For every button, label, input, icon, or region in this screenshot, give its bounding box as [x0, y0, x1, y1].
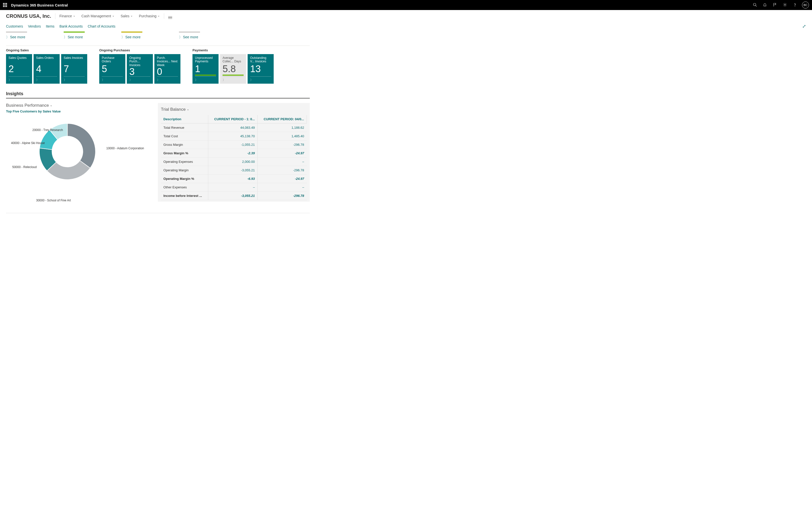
table-row[interactable]: Operating Margin-3,055.21-296.78	[161, 166, 307, 175]
cell-desc: Income before Interest ...	[161, 192, 208, 200]
tile-accent	[223, 74, 243, 75]
subnav-bank-accounts[interactable]: Bank Accounts	[59, 24, 83, 28]
tile[interactable]: Outstanding V... Invoices13〉	[248, 54, 274, 84]
cell-value: 44,083.49	[208, 123, 257, 132]
cell-value: -24.97	[257, 149, 307, 157]
cell-value: 2,000.00	[208, 157, 257, 166]
chevron-right-icon: 〉	[8, 78, 11, 82]
cell-desc: Total Revenue	[161, 123, 208, 132]
cell-desc: Operating Margin	[161, 166, 208, 175]
tile[interactable]: Sales Quotes2〉	[6, 54, 32, 84]
tile[interactable]: Average Collec... Days5.8〉	[220, 54, 246, 84]
app-title: Dynamics 365 Business Central	[11, 3, 68, 7]
tile-value: 13	[250, 64, 271, 74]
see-more-link[interactable]: 〉See more	[6, 35, 25, 39]
chevron-right-icon: 〉	[157, 78, 160, 82]
tile-value: 3	[129, 67, 150, 77]
table-header[interactable]: Description	[161, 115, 208, 123]
table-row[interactable]: Gross Margin %-2.39-24.97	[161, 149, 307, 157]
chevron-right-icon: 〉	[36, 78, 39, 82]
tile[interactable]: Sales Invoices7〉	[61, 54, 87, 84]
table-row[interactable]: Other Expenses––	[161, 183, 307, 192]
tile-label: Average Collec... Days	[223, 56, 243, 64]
cell-desc: Operating Expenses	[161, 157, 208, 166]
insights-heading: Insights	[6, 91, 310, 98]
tile-group-title: Ongoing Purchases	[99, 48, 180, 52]
tile-group-title: Ongoing Sales	[6, 48, 87, 52]
subnav-customers[interactable]: Customers	[6, 24, 23, 28]
help-icon[interactable]	[793, 3, 797, 7]
table-row[interactable]: Operating Margin %-6.93-24.97	[161, 175, 307, 183]
cell-value: -3,055.21	[208, 192, 257, 200]
tile[interactable]: Sales Orders4〉	[34, 54, 60, 84]
cell-value: -2.39	[208, 149, 257, 157]
cell-value: –	[257, 157, 307, 166]
chart-label: 20000 - Trey Research	[32, 128, 63, 132]
status-bar-green	[64, 32, 85, 33]
table-row[interactable]: Gross Margin-1,055.21-296.78	[161, 141, 307, 149]
business-performance-dropdown[interactable]: Business Performance	[6, 103, 152, 108]
tile-value: 5	[102, 64, 123, 74]
menu-finance[interactable]: Finance	[59, 14, 76, 18]
chevron-right-icon: 〉	[250, 78, 253, 82]
more-menu-icon[interactable]	[168, 16, 172, 19]
menu-purchasing[interactable]: Purchasing	[139, 14, 160, 18]
svg-line-1	[756, 5, 757, 6]
see-more-link[interactable]: 〉See more	[179, 35, 198, 39]
cell-desc: Other Expenses	[161, 183, 208, 192]
subnav-vendors[interactable]: Vendors	[28, 24, 41, 28]
chart-label: 30000 - School of Fine Art	[36, 199, 71, 202]
table-row[interactable]: Total Revenue44,083.491,188.62	[161, 123, 307, 132]
cell-value: 45,138.70	[208, 132, 257, 141]
tile-value: 5.8	[223, 64, 243, 74]
chart-label: 50000 - Relecloud	[12, 165, 37, 169]
cell-desc: Total Cost	[161, 132, 208, 141]
chart-subtitle[interactable]: Top Five Customers by Sales Value	[6, 110, 152, 113]
see-more-link[interactable]: 〉See more	[121, 35, 141, 39]
menu-cash-management[interactable]: Cash Management	[82, 14, 115, 18]
tile-label: Unprocessed Payments	[195, 56, 216, 64]
tile-value: 0	[157, 67, 178, 77]
gear-icon[interactable]	[783, 3, 787, 7]
tile-label: Purchase Orders	[102, 56, 123, 64]
table-row[interactable]: Total Cost45,138.701,485.40	[161, 132, 307, 141]
table-row[interactable]: Operating Expenses2,000.00–	[161, 157, 307, 166]
trial-balance-dropdown[interactable]: Trial Balance	[161, 107, 307, 112]
table-header[interactable]: CURRENT PERIOD: 04/0...	[257, 115, 307, 123]
menu-sales[interactable]: Sales	[120, 14, 133, 18]
table-row[interactable]: Income before Interest ...-3,055.21-296.…	[161, 192, 307, 200]
avatar[interactable]: BC	[802, 1, 809, 8]
trial-balance-table: DescriptionCURRENT PERIOD - 1: 0...CURRE…	[161, 115, 307, 200]
tile[interactable]: Unprocessed Payments1〉	[193, 54, 219, 84]
subnav-items[interactable]: Items	[46, 24, 54, 28]
svg-point-0	[753, 3, 756, 6]
flag-icon[interactable]	[773, 3, 777, 7]
tile-label: Sales Orders	[36, 56, 57, 64]
svg-point-2	[784, 4, 785, 5]
search-icon[interactable]	[753, 3, 757, 7]
tile[interactable]: Purchase Orders5〉	[99, 54, 125, 84]
bell-icon[interactable]	[763, 3, 767, 7]
cell-desc: Operating Margin %	[161, 175, 208, 183]
cell-value: -296.78	[257, 192, 307, 200]
cell-value: –	[257, 183, 307, 192]
app-launcher-icon[interactable]	[3, 3, 7, 7]
chevron-right-icon: 〉	[129, 78, 132, 82]
chevron-right-icon: 〉	[102, 78, 105, 82]
tile-label: Outstanding V... Invoices	[250, 56, 271, 64]
tile-label: Purch. Invoices... Next Week	[157, 56, 178, 66]
see-more-link[interactable]: 〉See more	[64, 35, 83, 39]
donut-chart[interactable]: 10000 - Adatum Corporation30000 - School…	[6, 115, 146, 205]
tile[interactable]: Ongoing Purch... Invoices3〉	[127, 54, 153, 84]
company-name[interactable]: CRONUS USA, Inc.	[6, 13, 55, 19]
table-header[interactable]: CURRENT PERIOD - 1: 0...	[208, 115, 257, 123]
expand-icon[interactable]: ⤢	[802, 24, 806, 29]
cell-value: –	[208, 183, 257, 192]
tile[interactable]: Purch. Invoices... Next Week0〉	[154, 54, 180, 84]
cell-value: -296.78	[257, 166, 307, 175]
cell-value: -6.93	[208, 175, 257, 183]
cell-value: -24.97	[257, 175, 307, 183]
subnav-chart-of-accounts[interactable]: Chart of Accounts	[88, 24, 116, 28]
tile-accent	[195, 74, 216, 75]
tile-label: Ongoing Purch... Invoices	[129, 56, 150, 66]
